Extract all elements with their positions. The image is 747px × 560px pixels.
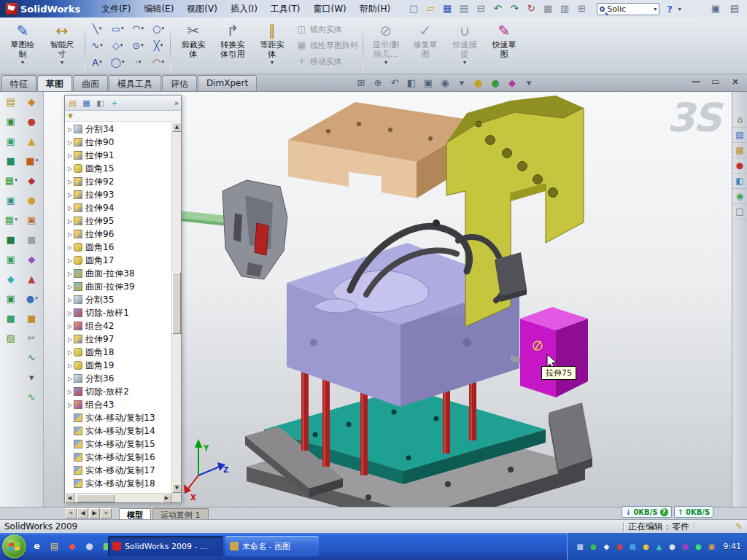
expand-arrow-icon[interactable]: ▷: [66, 139, 74, 146]
search-input[interactable]: Solic: [607, 4, 651, 14]
view-tool-icon[interactable]: ◧: [405, 77, 418, 90]
tree-horizontal-scrollbar[interactable]: ◀ ▶: [65, 493, 171, 502]
tray-icon[interactable]: ●: [588, 542, 598, 552]
ribbon-tab[interactable]: 评估: [162, 75, 197, 91]
tool-icon[interactable]: ▣: [7, 134, 16, 147]
expand-arrow-icon[interactable]: ▷: [66, 389, 74, 395]
view-tool-icon[interactable]: ◆: [506, 77, 519, 90]
expand-arrow-icon[interactable]: ▷: [66, 244, 74, 251]
sketch-tool-button[interactable]: ⊙ ▾: [128, 37, 148, 54]
feature-tree-item[interactable]: 实体-移动/复制14: [65, 424, 171, 438]
toolbar-icon[interactable]: ▩: [541, 2, 554, 15]
expand-arrow-icon[interactable]: ▷: [66, 310, 74, 316]
tray-icon[interactable]: ●: [667, 542, 677, 552]
tool-icon[interactable]: ✂: [28, 331, 36, 344]
tool-icon[interactable]: ■: [27, 233, 36, 246]
sketch-tool-button[interactable]: · ▾: [128, 54, 148, 71]
feature-tree-item[interactable]: ▷ 圆角16: [65, 241, 171, 254]
ribbon-tab[interactable]: 特征: [1, 75, 36, 91]
toolbar-icon[interactable]: ↶: [491, 2, 504, 15]
view-tool-icon[interactable]: ⊞: [355, 77, 368, 90]
menu-item[interactable]: 插入(I): [224, 0, 264, 18]
menu-item[interactable]: 窗口(W): [307, 0, 353, 18]
view-tool-icon[interactable]: ●: [489, 77, 502, 90]
ribbon-button[interactable]: ↔ 智能尺寸 ▾: [42, 20, 82, 66]
help-dropdown-icon[interactable]: ▾: [678, 6, 681, 12]
quick-launch-icon[interactable]: ◆: [66, 540, 78, 553]
view-tool-icon[interactable]: ⊕: [371, 77, 384, 90]
expand-arrow-icon[interactable]: ▷: [66, 284, 74, 290]
sketch-tool-button[interactable]: ◠ ▾: [148, 54, 169, 71]
tray-icon[interactable]: ▦: [575, 542, 585, 552]
feature-tree-item[interactable]: 实体-移动/复制17: [65, 464, 171, 477]
tab-nav-button[interactable]: »: [101, 508, 112, 518]
sketch-tool-button[interactable]: ╳ ▾: [148, 37, 169, 54]
expand-arrow-icon[interactable]: ▷: [66, 336, 74, 343]
scroll-down-button[interactable]: ▼: [172, 483, 182, 493]
view-tool-icon[interactable]: ●: [472, 77, 485, 90]
feature-tree-item[interactable]: 实体-移动/复制15: [65, 438, 171, 451]
task-pane-icon[interactable]: ▤: [732, 128, 747, 143]
tool-icon[interactable]: ▣: [7, 114, 16, 128]
start-button[interactable]: [2, 534, 26, 559]
expand-arrow-icon[interactable]: ▷: [66, 257, 74, 264]
toolbar-icon[interactable]: ⊞: [575, 2, 588, 15]
ribbon-small-button[interactable]: + 移动实体: [293, 53, 361, 69]
tool-icon[interactable]: ▣: [7, 193, 16, 206]
task-pane-icon[interactable]: ▦: [732, 143, 747, 158]
view-tool-icon[interactable]: ◉: [438, 77, 452, 90]
feature-tree-item[interactable]: ▷ 拉伸94: [65, 201, 171, 214]
tool-icon[interactable]: ▤: [7, 95, 16, 108]
feature-tree-item[interactable]: ▷ 组合43: [65, 398, 171, 411]
ribbon-button[interactable]: ↱ 转换实体引用: [213, 20, 252, 66]
view-tool-icon[interactable]: ▾: [455, 77, 468, 90]
feature-tree-item[interactable]: ▷ 圆角17: [65, 254, 171, 267]
expand-arrow-icon[interactable]: ▷: [66, 323, 74, 330]
tool-icon[interactable]: ▣: [27, 213, 36, 226]
ribbon-small-button[interactable]: ▦ 线性草图阵列: [293, 37, 361, 53]
tool-icon[interactable]: ▣: [7, 292, 16, 305]
filter-funnel-icon[interactable]: ▼: [68, 112, 73, 120]
expand-arrow-icon[interactable]: ▷: [66, 231, 74, 238]
scroll-right-button[interactable]: ▶: [162, 494, 171, 503]
expand-arrow-icon[interactable]: ▷: [66, 402, 74, 408]
toolbar-icon[interactable]: ▱: [424, 2, 437, 15]
menu-item[interactable]: 文件(F): [95, 0, 137, 18]
toolbar-icon[interactable]: ▤: [457, 2, 471, 15]
ribbon-button[interactable]: ✂ 剪裁实体: [174, 20, 213, 66]
task-pane-icon[interactable]: ◧: [732, 174, 747, 189]
tool-icon[interactable]: ▦ ▾: [5, 213, 18, 226]
feature-tree-item[interactable]: ▷ 拉伸90: [65, 136, 171, 149]
toolbar-icon[interactable]: □: [407, 2, 420, 15]
help-icon[interactable]: ?: [667, 4, 673, 15]
search-dropdown-icon[interactable]: ▾: [654, 6, 657, 12]
feature-tree-item[interactable]: ▷ 拉伸93: [65, 188, 171, 201]
tree-filter-row[interactable]: ▼: [65, 111, 181, 122]
tool-icon[interactable]: ◆: [28, 174, 36, 187]
tree-vertical-scrollbar[interactable]: ▲ ▼: [171, 122, 181, 493]
menu-item[interactable]: 视图(V): [180, 0, 224, 18]
tool-icon[interactable]: ▦ ▾: [5, 174, 18, 187]
toolbar-icon[interactable]: ▣: [709, 2, 722, 15]
expand-arrow-icon[interactable]: ▷: [66, 179, 74, 185]
manager-tab-icon[interactable]: ▦: [81, 98, 92, 109]
tool-icon[interactable]: ▨: [7, 331, 16, 344]
expand-arrow-icon[interactable]: ▷: [66, 349, 74, 356]
tray-icon[interactable]: ●: [640, 542, 651, 552]
tool-icon[interactable]: ●: [28, 193, 36, 206]
expand-arrow-icon[interactable]: ▷: [66, 126, 74, 133]
expand-arrow-icon[interactable]: ▷: [66, 376, 74, 382]
task-pane-icon[interactable]: ⌂: [732, 112, 747, 128]
expand-arrow-icon[interactable]: ▷: [66, 152, 74, 159]
document-tab[interactable]: 运动算例 1: [152, 508, 209, 519]
ribbon-small-button[interactable]: ◫ 镜向实体: [293, 21, 361, 37]
expand-arrow-icon[interactable]: ▷: [66, 205, 74, 211]
feature-tree-item[interactable]: ▷ 分割34: [65, 122, 171, 136]
ribbon-tab[interactable]: 模具工具: [109, 75, 161, 91]
panel-chevron-icon[interactable]: »: [174, 99, 179, 107]
ribbon-button[interactable]: ⊘ 显示/删除几... ▾: [366, 20, 406, 66]
ribbon-button[interactable]: ∥ 等距实体 ▾: [252, 20, 292, 66]
sketch-tool-button[interactable]: ▭ ▾: [107, 20, 128, 37]
task-pane-icon[interactable]: ◉: [732, 189, 747, 204]
tab-nav-button[interactable]: ◀: [77, 508, 88, 518]
